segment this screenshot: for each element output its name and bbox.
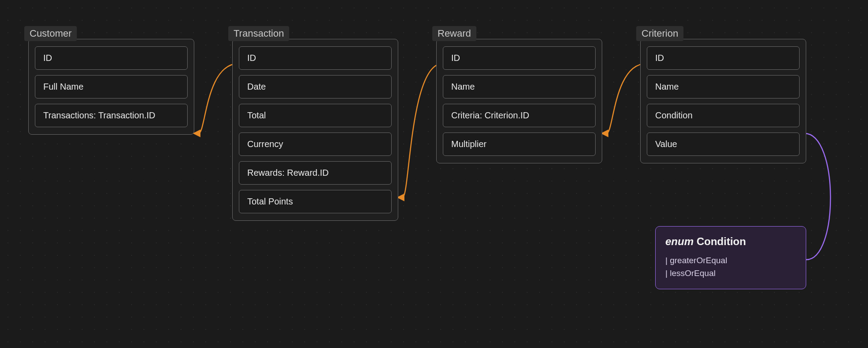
- entity-title: Transaction: [228, 26, 289, 41]
- entity-field[interactable]: Total Points: [239, 190, 392, 213]
- entity-criterion[interactable]: CriterionIDNameConditionValue: [640, 39, 806, 163]
- entity-field[interactable]: Transactions: Transaction.ID: [35, 104, 188, 127]
- entity-field[interactable]: Total: [239, 104, 392, 127]
- entity-field[interactable]: Multiplier: [443, 132, 596, 156]
- entity-field[interactable]: Full Name: [35, 75, 188, 98]
- entity-field[interactable]: Criteria: Criterion.ID: [443, 104, 596, 127]
- diagram-canvas[interactable]: CustomerIDFull NameTransactions: Transac…: [0, 0, 868, 348]
- entity-field[interactable]: ID: [239, 46, 392, 70]
- entity-title: Customer: [24, 26, 77, 41]
- entity-customer[interactable]: CustomerIDFull NameTransactions: Transac…: [28, 39, 194, 135]
- entity-field[interactable]: Name: [647, 75, 800, 98]
- entity-field[interactable]: Value: [647, 132, 800, 156]
- enum-item: | greaterOrEqual: [665, 254, 796, 267]
- enum-item: | lessOrEqual: [665, 267, 796, 280]
- entity-field[interactable]: Condition: [647, 104, 800, 127]
- enum-box-condition[interactable]: enum Condition| greaterOrEqual| lessOrEq…: [655, 226, 806, 289]
- entity-field[interactable]: Name: [443, 75, 596, 98]
- entity-transaction[interactable]: TransactionIDDateTotalCurrencyRewards: R…: [232, 39, 398, 221]
- enum-name: Condition: [694, 235, 746, 247]
- entity-field[interactable]: ID: [647, 46, 800, 70]
- entity-field[interactable]: Currency: [239, 132, 392, 156]
- entity-title: Reward: [432, 26, 476, 41]
- enum-keyword: enum: [665, 235, 694, 247]
- entity-title: Criterion: [636, 26, 683, 41]
- entity-field[interactable]: ID: [35, 46, 188, 70]
- entity-field[interactable]: ID: [443, 46, 596, 70]
- enum-title: enum Condition: [665, 235, 796, 248]
- entity-field[interactable]: Rewards: Reward.ID: [239, 161, 392, 185]
- entity-field[interactable]: Date: [239, 75, 392, 98]
- entity-reward[interactable]: RewardIDNameCriteria: Criterion.IDMultip…: [436, 39, 602, 163]
